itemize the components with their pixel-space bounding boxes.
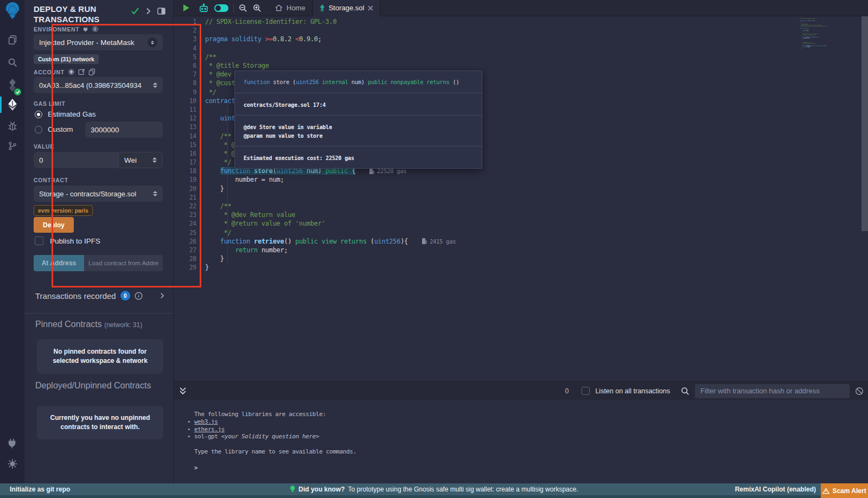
plug-icon[interactable] [82,26,88,33]
code-line[interactable]: 6 * @title Storage [174,61,797,70]
solidity-compiler-icon[interactable] [0,76,24,94]
code-editor[interactable]: 1// SPDX-License-Identifier: GPL-3.023pr… [174,16,868,381]
run-script-button[interactable] [177,0,195,16]
copilot-toggle[interactable] [212,0,231,16]
terminal-search-icon[interactable] [681,387,690,395]
custom-gas-radio[interactable] [35,126,42,133]
environment-label: ENVIRONMENT i [34,25,99,33]
gas-estimate-annotation: 22520 gas [369,168,406,174]
pinned-contracts-empty: No pinned contracts found forselected wo… [37,339,163,374]
debugger-icon[interactable] [0,117,24,136]
code-line[interactable]: 1// SPDX-License-Identifier: GPL-3.0 [174,17,797,26]
code-line[interactable]: 19 number = num; [174,175,797,184]
copy-account-icon[interactable] [88,68,95,75]
editor-scrollbar[interactable] [861,16,868,231]
status-bar: Initialize as git repo Did you know? To … [0,483,868,498]
code-line[interactable]: 27 return number; [174,246,797,254]
line-number: 4 [174,44,205,52]
scam-alert-button[interactable]: Scam Alert [821,483,868,498]
minimap[interactable]: // SPDX-License-Identifier: GPL-3.0pragm… [800,18,860,49]
code-line[interactable]: 24 * @return value of 'number' [174,219,797,228]
value-label: VALUE [34,143,54,150]
file-explorer-icon[interactable] [0,30,24,49]
evm-version-badge: evm version: paris [34,205,93,216]
panel-check-icon [131,7,139,15]
publish-ipfs-checkbox[interactable] [35,237,43,245]
settings-gear-icon[interactable] [0,455,24,473]
at-address-button[interactable]: At Address [34,255,84,271]
edit-account-icon[interactable] [78,68,85,75]
terminal-text-line: Type the library name to see available c… [194,448,868,456]
deploy-button[interactable]: Deploy [34,217,74,233]
code-line[interactable]: 23 * @dev Return value [174,210,797,219]
terminal: 0 Listen on all transactions The followi… [174,381,868,483]
code-line[interactable]: 3pragma solidity >=0.8.2 <0.9.0; [174,35,797,43]
contract-select[interactable]: Storage - contracts/Storage.sol [34,186,163,202]
code-line[interactable]: 2 [174,26,797,35]
terminal-library-link[interactable]: •web3.js [194,418,868,426]
custom-gas-input[interactable]: 3000000 [85,122,163,138]
code-line[interactable]: 5/** [174,53,797,61]
remix-logo[interactable] [0,2,24,21]
transactions-info-icon[interactable] [135,292,143,300]
code-line[interactable]: 4 [174,44,797,53]
git-icon[interactable] [0,137,24,155]
panel-title: DEPLOY & RUN TRANSACTIONS [34,4,123,25]
code-line[interactable]: 25 */ [174,228,797,237]
estimated-gas-radio[interactable] [35,111,42,118]
close-tab-icon[interactable] [368,5,373,11]
account-select[interactable]: 0xA03...85ac4 (0.398673504934 [34,77,163,93]
terminal-prompt[interactable]: > [194,464,868,471]
listen-all-transactions-label: Listen on all transactions [595,387,670,395]
value-unit-select[interactable]: Wei [118,152,163,168]
tooltip-signature: function store (uint256 internal num) pu… [244,79,473,85]
transactions-expand-icon[interactable] [160,292,164,299]
code-line[interactable]: 26 function retrieve() public view retur… [174,237,797,246]
publish-ipfs-option[interactable]: Publish to IPFS [35,237,100,245]
code-line[interactable]: 28 } [174,254,797,263]
line-number: 14 [174,132,205,140]
select-arrows-icon [148,37,157,47]
transaction-filter-input[interactable] [695,384,850,398]
git-init-label[interactable]: Initialize as git repo [0,486,70,493]
code-line[interactable]: 29} [174,263,797,272]
zoom-out-icon[interactable] [236,0,250,16]
gas-limit-label: GAS LIMIT [34,100,65,107]
deploy-run-icon[interactable] [0,95,24,114]
tab-home[interactable]: Home [269,0,312,16]
at-address-input[interactable] [84,255,163,271]
pin-panel-icon[interactable] [157,8,165,15]
line-number: 29 [174,264,205,271]
compile-success-badge [14,88,21,95]
transaction-listen-count: 0 [565,387,569,395]
line-number: 27 [174,246,205,254]
zoom-in-icon[interactable] [250,0,264,16]
tab-storage-sol[interactable]: Storage.sol [312,0,381,16]
add-account-icon[interactable] [68,68,75,75]
listen-all-transactions-checkbox[interactable] [582,387,590,395]
search-icon[interactable] [0,53,24,72]
unpinned-contracts-heading: Deployed/Unpinned Contracts [35,381,151,391]
tooltip-gas-cost: Estimated execution cost: 22520 gas [244,154,473,163]
panel-chevron-right-icon[interactable] [146,8,151,15]
code-line[interactable]: 21 [174,193,797,202]
value-input[interactable]: 0 [34,152,118,168]
line-number: 13 [174,123,205,131]
ai-copilot-robot-icon[interactable] [195,0,212,16]
clear-console-icon[interactable] [855,387,864,395]
estimated-gas-option[interactable]: Estimated Gas [35,110,96,118]
code-line[interactable]: 22 /** [174,202,797,210]
terminal-output[interactable]: The following libraries are accessible:•… [174,400,868,483]
environment-info-icon[interactable]: i [92,25,99,33]
line-number: 18 [174,167,205,175]
select-arrows-icon [152,157,157,163]
line-number: 25 [174,229,205,237]
code-line[interactable]: 20 } [174,184,797,193]
line-number: 1 [174,18,205,25]
environment-select[interactable]: Injected Provider - MetaMask [34,34,163,50]
terminal-library-link[interactable]: •ethers.js [194,426,868,433]
custom-gas-option[interactable]: Custom [35,125,73,133]
select-arrows-icon [153,82,157,88]
terminal-collapse-icon[interactable] [179,387,187,395]
plugin-manager-icon[interactable] [0,434,24,452]
